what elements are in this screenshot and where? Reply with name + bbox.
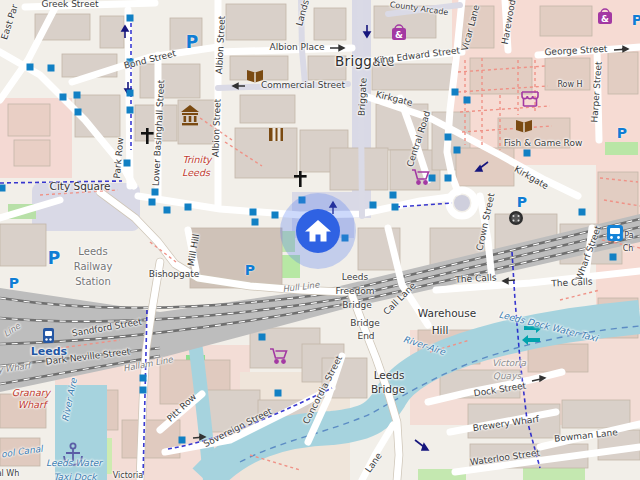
poi-label-trinity-leeds: Leeds — [182, 168, 210, 178]
place-label-freedom-bridge: Freedom — [335, 287, 374, 296]
rail-station-icon — [43, 328, 54, 343]
poi-label-railway-station: Railway — [74, 262, 113, 272]
poi-label-railway-station: Station — [75, 277, 111, 287]
bus-stop-icon — [607, 225, 623, 241]
place-label-city-square: City Square — [50, 181, 111, 192]
street-label-albion-place: Albion Place — [270, 43, 325, 52]
parking-icon: P — [632, 12, 640, 28]
parking-icon: P — [245, 262, 255, 278]
place-label-bridge-end: End — [357, 332, 374, 341]
parking-icon: P — [517, 194, 527, 210]
street-label-canal-wharf-partial: al Wh — [0, 470, 19, 478]
parking-icon: P — [617, 125, 627, 141]
water-label-leeds-water: Leeds Water — [46, 459, 102, 468]
place-label-bridge-end: Bridge — [350, 319, 379, 328]
poi-label-victoria-quays: Victoria — [492, 359, 526, 368]
map-canvas[interactable]: & & Greek S — [0, 0, 640, 480]
parking-icon: P — [9, 275, 19, 291]
place-label-freedom-bridge: Bridge — [342, 301, 371, 310]
svg-text:&: & — [395, 30, 403, 40]
round-poi-icon — [509, 211, 523, 225]
poi-label-railway-station: Leeds — [78, 247, 107, 257]
poi-label-granary-wharf: Wharf — [18, 400, 47, 410]
parking-icon: P — [186, 32, 198, 52]
poi-label-trinity-leeds: Trinity — [183, 155, 212, 165]
place-label-leeds-bridge: Leeds — [374, 370, 405, 381]
home-marker[interactable] — [280, 193, 356, 269]
place-label-warehouse-hill: Hill — [432, 325, 449, 336]
cinema-icon — [269, 128, 283, 141]
poi-label-partial: Ch — [623, 245, 634, 253]
poi-label-partial: Pa — [624, 232, 633, 240]
poi-label-granary-wharf: Granary — [12, 388, 50, 398]
street-label-row-h: Row H — [557, 81, 582, 89]
roundabout — [449, 190, 475, 216]
street-label-victoria-partial: Victoria — [113, 472, 143, 480]
place-label-warehouse-hill: Warehouse — [418, 308, 476, 319]
svg-text:&: & — [601, 14, 609, 24]
poi-label-victoria-quays: Quays — [493, 372, 521, 381]
street-label-fish-game-row: Fish & Game Row — [504, 139, 583, 148]
water-label-taxi-dock: Taxi Dock — [54, 473, 97, 480]
street-label-greek-street: Greek Street — [42, 0, 99, 9]
parking-icon: P — [48, 248, 60, 268]
map-graphics: & & — [0, 0, 640, 480]
street-label-bishopgate: Bishopgate — [149, 270, 200, 279]
street-label-commercial-street: Commercial Street — [261, 81, 345, 90]
place-label-leeds-bridge: Bridge — [371, 384, 405, 395]
place-label-freedom-bridge: Leeds — [342, 273, 368, 282]
